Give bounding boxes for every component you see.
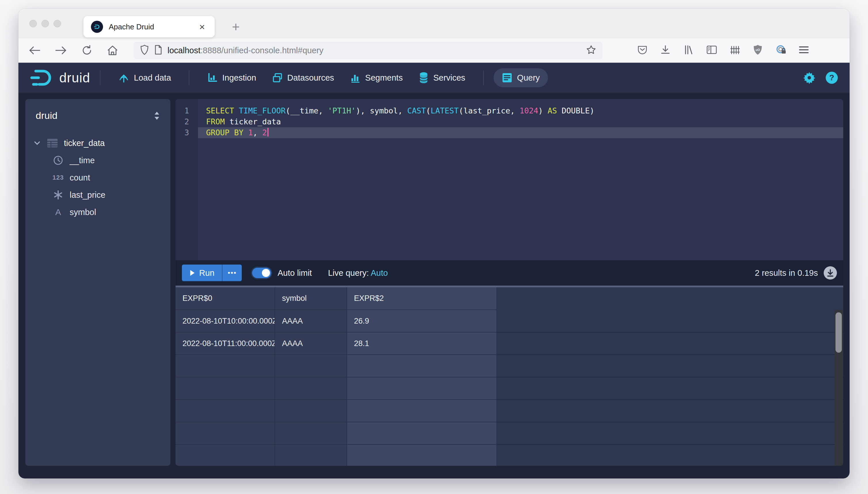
- table-cell: AAAA: [275, 310, 347, 332]
- bookmark-star-icon[interactable]: [586, 45, 596, 56]
- nav-item-load-data[interactable]: Load data: [110, 68, 179, 87]
- nav-item-ingestion[interactable]: Ingestion: [199, 69, 264, 87]
- load-data-icon: [118, 72, 129, 83]
- query-icon: [502, 72, 513, 83]
- shield-permissions-icon[interactable]: [140, 44, 149, 56]
- table-row: 2022-08-10T10:00:00.000ZAAAA26.9: [176, 310, 497, 332]
- url-text: localhost:8888/unified-console.html#quer…: [168, 46, 324, 55]
- zoom-window-button[interactable]: [54, 20, 61, 27]
- schema-name: druid: [36, 110, 58, 121]
- editor-code[interactable]: SELECT TIME_FLOOR(__time, 'PT1H'), symbo…: [198, 99, 843, 260]
- druid-favicon: [91, 21, 103, 33]
- downloads-icon[interactable]: [660, 45, 671, 56]
- table-cell: 2022-08-10T10:00:00.000Z: [176, 310, 275, 332]
- minimize-window-button[interactable]: [41, 20, 49, 27]
- help-icon[interactable]: ?: [825, 71, 838, 84]
- sort-icon[interactable]: [153, 111, 160, 120]
- nav-item-label: Services: [433, 73, 465, 83]
- header-divider: [100, 70, 100, 85]
- table-row-empty: [176, 400, 497, 422]
- window-controls: [30, 20, 61, 27]
- live-query-control[interactable]: Live query: Auto: [328, 268, 388, 278]
- scrollbar-thumb[interactable]: [835, 312, 842, 353]
- table-row-empty: [176, 377, 497, 400]
- header-divider: [189, 70, 189, 85]
- pocket-icon[interactable]: [637, 45, 648, 56]
- run-more-button[interactable]: •••: [222, 265, 242, 281]
- table-cell: [275, 400, 347, 422]
- play-icon: [189, 269, 195, 277]
- url-bar[interactable]: localhost:8888/unified-console.html#quer…: [134, 42, 603, 59]
- druid-logo[interactable]: druid: [30, 69, 90, 87]
- browser-tab[interactable]: Apache Druid ×: [83, 16, 215, 37]
- table-cell: [347, 355, 497, 377]
- nav-item-segments[interactable]: Segments: [342, 69, 411, 87]
- table-cell: [275, 355, 347, 377]
- table-cell: [176, 355, 275, 377]
- column-item-count[interactable]: 123count: [33, 169, 162, 186]
- column-header[interactable]: symbol: [275, 287, 347, 310]
- table-row-empty: [176, 445, 497, 466]
- text-cursor: [267, 128, 269, 136]
- extension-fence-icon[interactable]: [730, 45, 740, 56]
- forward-icon[interactable]: [55, 45, 67, 56]
- datasource-item[interactable]: ticker_data: [33, 134, 162, 152]
- close-tab-icon[interactable]: ×: [197, 21, 207, 33]
- table-cell: [275, 445, 347, 466]
- menu-icon[interactable]: [798, 45, 809, 55]
- line-number: 1: [176, 106, 198, 116]
- sidebar-toggle-icon[interactable]: [706, 45, 717, 56]
- svg-text:?: ?: [829, 73, 834, 82]
- column-item-last-price[interactable]: last_price: [33, 186, 162, 204]
- nav-item-query[interactable]: Query: [494, 68, 548, 87]
- column-item-symbol[interactable]: Asymbol: [33, 204, 162, 221]
- column-name: count: [70, 173, 90, 183]
- column-name: symbol: [70, 208, 96, 217]
- close-window-button[interactable]: [30, 20, 37, 27]
- table-cell: AAAA: [275, 332, 347, 355]
- results-summary: 2 results in 0.19s: [755, 268, 818, 278]
- new-tab-button[interactable]: +: [232, 20, 240, 33]
- nav-item-label: Segments: [365, 73, 403, 83]
- auto-limit-label: Auto limit: [277, 268, 312, 278]
- column-header[interactable]: EXPR$2: [347, 287, 497, 310]
- column-item---time[interactable]: __time: [33, 152, 162, 169]
- table-cell: [347, 422, 497, 445]
- druid-console: druid Load dataIngestionDatasourcesSegme…: [18, 63, 850, 478]
- brand-name: druid: [59, 70, 90, 86]
- app-header: druid Load dataIngestionDatasourcesSegme…: [18, 63, 850, 93]
- download-results-icon[interactable]: [824, 266, 837, 280]
- chevron-down-icon[interactable]: [33, 139, 41, 147]
- asterisk-icon: [52, 190, 64, 200]
- page-info-icon[interactable]: [154, 45, 162, 56]
- clock-icon: [52, 155, 64, 166]
- ublock-shield-icon[interactable]: uO: [753, 44, 763, 56]
- table-icon: [46, 138, 59, 148]
- privacy-lock-icon[interactable]: [775, 44, 787, 57]
- nav-item-label: Load data: [134, 73, 171, 83]
- nav-item-datasources[interactable]: Datasources: [264, 69, 342, 87]
- sql-editor[interactable]: 123 SELECT TIME_FLOOR(__time, 'PT1H'), s…: [176, 99, 843, 260]
- back-icon[interactable]: [28, 45, 41, 56]
- library-icon[interactable]: [683, 45, 694, 56]
- results-scrollbar[interactable]: [835, 310, 843, 466]
- settings-gear-icon[interactable]: [803, 71, 816, 84]
- tab-title: Apache Druid: [109, 22, 197, 31]
- table-cell: 2022-08-10T11:00:00.000Z: [176, 332, 275, 355]
- auto-limit-toggle[interactable]: [252, 268, 271, 278]
- table-row-empty: [176, 355, 497, 377]
- header-divider: [483, 70, 484, 85]
- column-name: last_price: [70, 190, 105, 200]
- nav-item-services[interactable]: Services: [411, 68, 473, 88]
- number-123-icon: 123: [52, 174, 64, 182]
- table-cell: [275, 422, 347, 445]
- reload-icon[interactable]: [81, 45, 93, 56]
- line-number: 2: [176, 116, 198, 127]
- code-line-2: FROM ticker_data: [206, 116, 843, 127]
- editor-gutter: 123: [176, 99, 198, 260]
- svg-text:uO: uO: [755, 48, 760, 52]
- column-header[interactable]: EXPR$0: [176, 287, 275, 310]
- run-button[interactable]: Run: [182, 265, 222, 281]
- home-icon[interactable]: [107, 45, 119, 56]
- table-cell: [176, 377, 275, 400]
